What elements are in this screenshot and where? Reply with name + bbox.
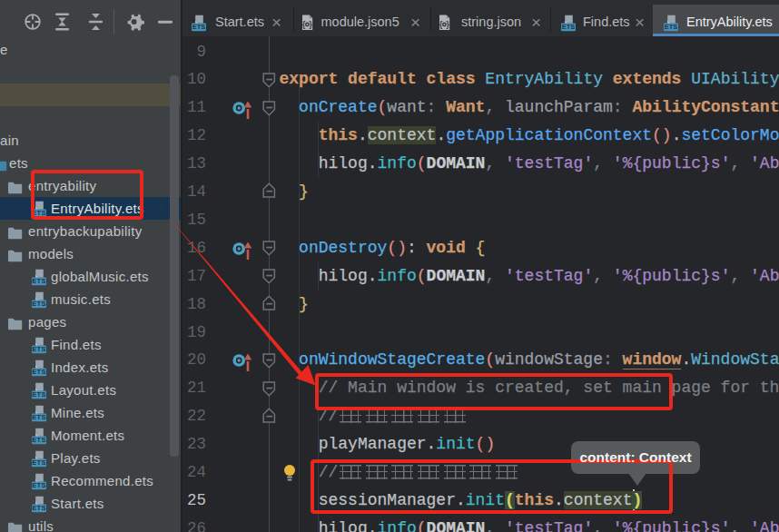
svg-text:ETS: ETS xyxy=(562,23,576,31)
svg-text:}: } xyxy=(446,18,449,28)
svg-text:ETS: ETS xyxy=(192,23,206,31)
svg-text:ETS: ETS xyxy=(665,23,678,31)
svg-text:}: } xyxy=(309,18,312,28)
svg-text:ETS: ETS xyxy=(32,277,46,285)
svg-text:ETS: ETS xyxy=(32,345,46,353)
svg-text:ETS: ETS xyxy=(32,300,46,308)
svg-text:ETS: ETS xyxy=(32,481,46,489)
svg-text:ETS: ETS xyxy=(32,390,46,399)
svg-text:ETS: ETS xyxy=(32,458,46,467)
svg-text:ETS: ETS xyxy=(32,368,46,376)
svg-text:ETS: ETS xyxy=(32,504,46,512)
svg-text:ETS: ETS xyxy=(32,436,46,444)
svg-text:ETS: ETS xyxy=(32,413,46,421)
